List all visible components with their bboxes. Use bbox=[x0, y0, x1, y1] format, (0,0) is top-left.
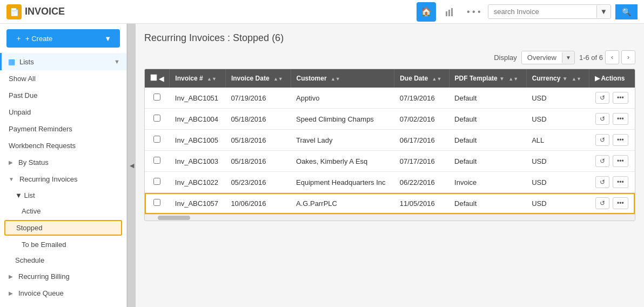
sidebar-item-payment-reminders[interactable]: Payment Reminders bbox=[0, 121, 126, 137]
cell-actions-1: ↺ ••• bbox=[589, 109, 635, 130]
cell-pdf-template-5: Default bbox=[449, 193, 526, 214]
sidebar-subsubitem-to-be-emailed[interactable]: To be Emailed bbox=[0, 237, 126, 252]
restore-button-0[interactable]: ↺ bbox=[595, 92, 609, 104]
restore-button-1[interactable]: ↺ bbox=[595, 113, 609, 125]
currency-sort-icon[interactable]: ▲▼ bbox=[572, 76, 581, 82]
row-checkbox-0[interactable] bbox=[153, 94, 160, 101]
more-action-button-3[interactable]: ••• bbox=[613, 155, 628, 167]
by-status-label: By Status bbox=[18, 158, 49, 166]
due-date-sort-icon[interactable]: ▲▼ bbox=[432, 76, 442, 82]
stats-button[interactable] bbox=[440, 2, 460, 22]
cell-due-date-3: 07/17/2016 bbox=[394, 151, 449, 172]
lists-label: Lists bbox=[19, 58, 34, 66]
display-select[interactable]: Overview ▼ bbox=[521, 51, 575, 64]
select-all-header: ◀ bbox=[145, 69, 170, 88]
sidebar-item-by-tag[interactable]: ▶ By Tag bbox=[0, 302, 126, 307]
sidebar-item-recurring-invoices[interactable]: ▼ Recurring Invoices bbox=[0, 171, 126, 188]
sidebar-item-show-all[interactable]: Show All bbox=[0, 70, 126, 87]
sidebar-item-workbench-requests[interactable]: Workbench Requests bbox=[0, 137, 126, 154]
row-checkbox-5[interactable] bbox=[153, 199, 160, 206]
col-invoice-num: Invoice # ▲▼ bbox=[170, 69, 226, 88]
more-action-button-5[interactable]: ••• bbox=[613, 197, 628, 209]
invoice-sort-icon[interactable]: ▲▼ bbox=[207, 76, 217, 82]
more-action-button-2[interactable]: ••• bbox=[613, 134, 628, 146]
topbar-icons: 🏠 • • • ▼ 🔍 bbox=[417, 2, 638, 22]
sidebar-toggle[interactable]: ◀ bbox=[127, 24, 136, 307]
cell-pdf-template-3: Default bbox=[449, 151, 526, 172]
svg-rect-1 bbox=[448, 10, 450, 16]
row-checkbox-1[interactable] bbox=[153, 115, 160, 122]
cell-customer-0: Apptivo bbox=[291, 88, 394, 109]
cell-customer-4: Equipment Headquarters Inc bbox=[291, 172, 394, 193]
table-row: Inv_ABC1022 05/23/2016 Equipment Headqua… bbox=[145, 172, 635, 193]
more-action-button-0[interactable]: ••• bbox=[613, 92, 628, 104]
create-button[interactable]: ＋ + Create ▼ bbox=[6, 29, 120, 48]
col-currency: Currency ▼ ▲▼ bbox=[526, 69, 589, 88]
display-value: Overview bbox=[522, 51, 562, 64]
scroll-thumb[interactable] bbox=[158, 216, 190, 220]
workbench-requests-label: Workbench Requests bbox=[9, 142, 76, 150]
select-all-checkbox[interactable] bbox=[150, 74, 157, 81]
pdf-sort-icon[interactable]: ▲▼ bbox=[508, 76, 518, 82]
create-plus-icon: ＋ bbox=[15, 34, 22, 43]
col-invoice-date: Invoice Date ▲▼ bbox=[225, 69, 291, 88]
sidebar-subsubitem-active[interactable]: Active bbox=[0, 203, 126, 219]
cell-invoice-2: Inv_ABC1005 bbox=[170, 130, 226, 151]
customer-sort-icon[interactable]: ▲▼ bbox=[331, 76, 340, 82]
lists-chevron-icon: ▼ bbox=[114, 58, 120, 65]
restore-button-5[interactable]: ↺ bbox=[595, 197, 609, 209]
layout: ＋ + Create ▼ ▦ Lists ▼ Show All Past Due… bbox=[0, 24, 644, 307]
cell-due-date-4: 06/22/2016 bbox=[394, 172, 449, 193]
table-row: Inv_ABC1051 07/19/2016 Apptivo 07/19/201… bbox=[145, 88, 635, 109]
table-row: Inv_ABC1057 10/06/2016 A.G.ParrPLC 11/05… bbox=[145, 193, 635, 214]
search-button[interactable]: 🔍 bbox=[615, 4, 638, 19]
currency-filter-icon[interactable]: ▼ bbox=[562, 76, 568, 82]
sidebar-item-invoice-queue[interactable]: ▶ Invoice Queue bbox=[0, 285, 126, 302]
sidebar-item-past-due[interactable]: Past Due bbox=[0, 87, 126, 104]
table-row: Inv_ABC1004 05/18/2016 Speed Climbing Ch… bbox=[145, 109, 635, 130]
sidebar-subsubitem-stopped[interactable]: Stopped bbox=[4, 220, 122, 236]
sidebar-subitem-schedule[interactable]: Schedule bbox=[0, 252, 126, 268]
display-dropdown-icon[interactable]: ▼ bbox=[562, 52, 574, 63]
next-page-button[interactable]: › bbox=[621, 50, 635, 64]
restore-button-3[interactable]: ↺ bbox=[595, 155, 609, 167]
cell-pdf-template-4: Invoice bbox=[449, 172, 526, 193]
sidebar-item-by-status[interactable]: ▶ By Status bbox=[0, 154, 126, 171]
horizontal-scrollbar[interactable] bbox=[145, 214, 635, 221]
list-expand-icon: ▼ bbox=[15, 191, 22, 199]
col-due-date: Due Date ▲▼ bbox=[394, 69, 449, 88]
more-button[interactable]: • • • bbox=[464, 2, 484, 22]
sidebar-lists-header[interactable]: ▦ Lists ▼ bbox=[0, 53, 126, 70]
cell-pdf-template-2: Default bbox=[449, 130, 526, 151]
data-table: ◀ Invoice # ▲▼ Invoice Date ▲▼ Customer … bbox=[144, 69, 635, 221]
restore-button-2[interactable]: ↺ bbox=[595, 134, 609, 146]
cell-due-date-1: 07/02/2016 bbox=[394, 109, 449, 130]
date-sort-icon[interactable]: ▲▼ bbox=[273, 76, 283, 82]
cell-invoice-4: Inv_ABC1022 bbox=[170, 172, 226, 193]
sidebar-item-recurring-billing[interactable]: ▶ Recurring Billing bbox=[0, 268, 126, 285]
sidebar: ＋ + Create ▼ ▦ Lists ▼ Show All Past Due… bbox=[0, 24, 127, 307]
search-dropdown-button[interactable]: ▼ bbox=[596, 5, 611, 18]
home-button[interactable]: 🏠 bbox=[417, 2, 436, 22]
row-checkbox-2[interactable] bbox=[153, 136, 160, 143]
pdf-filter-icon[interactable]: ▼ bbox=[499, 76, 505, 82]
create-label: + Create bbox=[25, 35, 52, 43]
sidebar-item-unpaid[interactable]: Unpaid bbox=[0, 104, 126, 121]
more-action-button-4[interactable]: ••• bbox=[613, 176, 628, 188]
toolbar: Display Overview ▼ 1-6 of 6 ‹ › bbox=[144, 50, 635, 64]
sidebar-subitem-list[interactable]: ▼ List bbox=[0, 188, 126, 203]
cell-pdf-template-1: Default bbox=[449, 109, 526, 130]
search-input[interactable] bbox=[488, 5, 596, 18]
more-action-button-1[interactable]: ••• bbox=[613, 113, 628, 125]
cell-invoice-0: Inv_ABC1051 bbox=[170, 88, 226, 109]
prev-page-button[interactable]: ‹ bbox=[605, 50, 619, 64]
row-checkbox-4[interactable] bbox=[153, 178, 160, 185]
row-checkbox-3[interactable] bbox=[153, 157, 160, 164]
by-status-expand-icon: ▶ bbox=[9, 159, 13, 165]
row-checkbox-cell bbox=[145, 193, 170, 214]
to-be-emailed-label: To be Emailed bbox=[22, 241, 66, 249]
invoice-queue-expand-icon: ▶ bbox=[9, 290, 13, 296]
cell-actions-0: ↺ ••• bbox=[589, 88, 635, 109]
restore-button-4[interactable]: ↺ bbox=[595, 176, 609, 188]
row-checkbox-cell bbox=[145, 88, 170, 109]
